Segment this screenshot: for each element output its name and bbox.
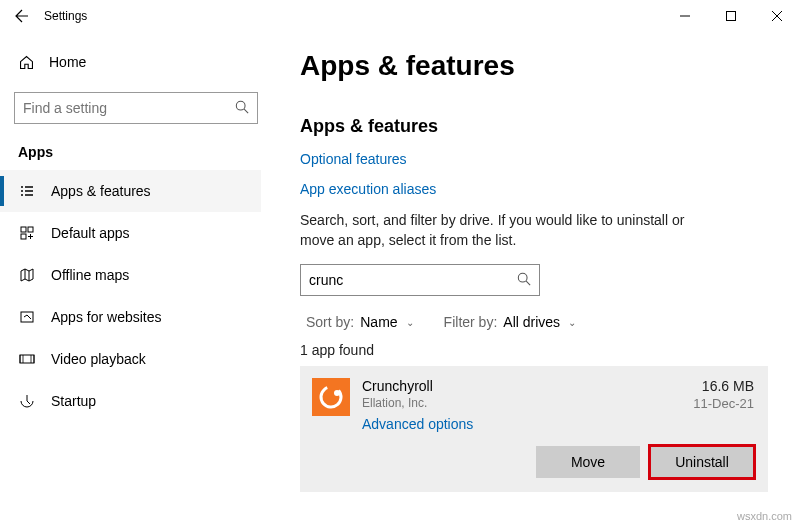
svg-point-1 [236, 101, 245, 110]
sidebar-item-label: Video playback [51, 351, 146, 367]
section-subtitle: Apps & features [300, 116, 770, 137]
main-panel: Apps & features Apps & features Optional… [270, 32, 800, 526]
filter-value: All drives [503, 314, 560, 330]
results-count: 1 app found [300, 342, 770, 358]
offline-maps-icon [18, 267, 35, 283]
app-search[interactable] [300, 264, 540, 296]
sidebar-item-label: Apps for websites [51, 309, 162, 325]
search-icon [517, 272, 531, 289]
back-button[interactable] [0, 0, 44, 32]
svg-rect-6 [20, 355, 34, 363]
apps-websites-icon [18, 309, 35, 325]
maximize-icon [726, 11, 736, 21]
sidebar-search[interactable] [14, 92, 258, 124]
home-label: Home [49, 54, 86, 70]
page-title: Apps & features [300, 50, 770, 82]
sort-value: Name [360, 314, 397, 330]
description-text: Search, sort, and filter by drive. If yo… [300, 211, 720, 250]
svg-rect-3 [28, 227, 33, 232]
home-row[interactable]: Home [0, 42, 261, 82]
sidebar-section-label: Apps [0, 132, 261, 170]
svg-rect-0 [727, 12, 736, 21]
app-date: 11-Dec-21 [693, 396, 754, 411]
app-name: Crunchyroll [362, 378, 693, 394]
link-advanced-options[interactable]: Advanced options [362, 416, 693, 432]
app-publisher: Ellation, Inc. [362, 396, 693, 410]
uninstall-button[interactable]: Uninstall [650, 446, 754, 478]
close-button[interactable] [754, 0, 800, 32]
sidebar-item-startup[interactable]: Startup [0, 380, 261, 422]
video-playback-icon [18, 351, 35, 367]
svg-point-7 [518, 273, 527, 282]
filter-by-dropdown[interactable]: Filter by: All drives ⌄ [444, 314, 576, 330]
minimize-icon [680, 11, 690, 21]
sort-by-dropdown[interactable]: Sort by: Name ⌄ [306, 314, 414, 330]
sidebar-item-label: Startup [51, 393, 96, 409]
sidebar-search-input[interactable] [23, 100, 235, 116]
sort-label: Sort by: [306, 314, 354, 330]
sidebar-item-offline-maps[interactable]: Offline maps [0, 254, 261, 296]
sidebar-item-label: Default apps [51, 225, 130, 241]
window-title: Settings [44, 9, 87, 23]
apps-features-icon [18, 183, 35, 199]
sidebar-item-label: Apps & features [51, 183, 151, 199]
sidebar-item-label: Offline maps [51, 267, 129, 283]
link-optional-features[interactable]: Optional features [300, 151, 770, 167]
sidebar-item-apps-websites[interactable]: Apps for websites [0, 296, 261, 338]
chevron-down-icon: ⌄ [568, 317, 576, 328]
close-icon [772, 11, 782, 21]
app-card[interactable]: Crunchyroll Ellation, Inc. Advanced opti… [300, 366, 768, 492]
chevron-down-icon: ⌄ [406, 317, 414, 328]
maximize-button[interactable] [708, 0, 754, 32]
svg-rect-4 [21, 234, 26, 239]
svg-point-9 [334, 390, 340, 396]
default-apps-icon [18, 225, 35, 241]
sidebar-item-default-apps[interactable]: Default apps [0, 212, 261, 254]
filter-label: Filter by: [444, 314, 498, 330]
arrow-left-icon [14, 8, 30, 24]
svg-rect-5 [21, 312, 33, 322]
titlebar: Settings [0, 0, 800, 32]
sidebar: Home Apps Apps & features Default apps [0, 32, 270, 526]
svg-rect-2 [21, 227, 26, 232]
sidebar-item-apps-features[interactable]: Apps & features [0, 170, 261, 212]
search-icon [235, 100, 249, 117]
app-search-input[interactable] [309, 272, 517, 288]
home-icon [18, 54, 35, 71]
move-button[interactable]: Move [536, 446, 640, 478]
startup-icon [18, 393, 35, 409]
sidebar-item-video-playback[interactable]: Video playback [0, 338, 261, 380]
app-size: 16.6 MB [693, 378, 754, 394]
minimize-button[interactable] [662, 0, 708, 32]
svg-point-8 [318, 384, 344, 410]
app-icon-crunchyroll [312, 378, 350, 416]
link-app-execution-aliases[interactable]: App execution aliases [300, 181, 770, 197]
watermark: wsxdn.com [737, 510, 792, 522]
